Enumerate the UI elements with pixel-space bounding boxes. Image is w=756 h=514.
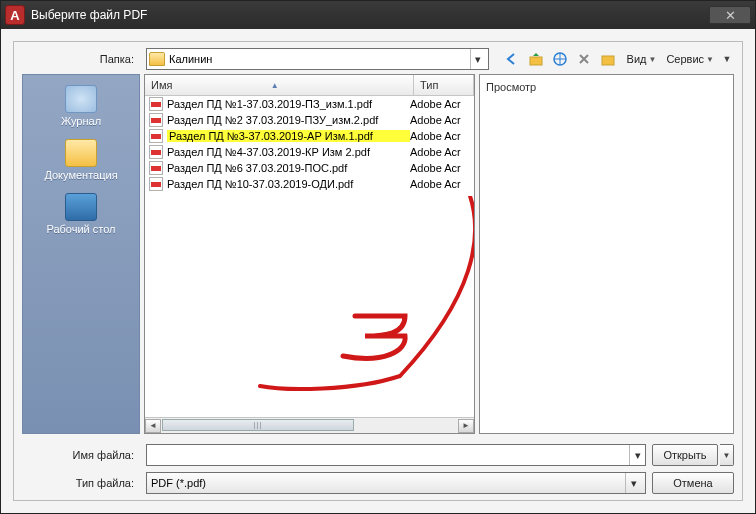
chevron-down-icon: ▼ bbox=[648, 55, 656, 64]
folder-row: Папка: Калинин ▾ Вид▼ Сервис▼ ▼ bbox=[14, 42, 742, 74]
file-type: Adobe Acr bbox=[410, 98, 470, 110]
back-icon[interactable] bbox=[503, 50, 521, 68]
annotation-drawing bbox=[235, 196, 474, 396]
file-row[interactable]: Раздел ПД №4-37.03.2019-КР Изм 2.pdfAdob… bbox=[145, 144, 474, 160]
pdf-icon bbox=[149, 113, 163, 127]
pdf-icon bbox=[149, 129, 163, 143]
file-name: Раздел ПД №10-37.03.2019-ОДИ.pdf bbox=[167, 178, 410, 190]
sidebar-item-desktop[interactable]: Рабочий стол bbox=[23, 189, 139, 241]
sidebar-item-label: Документация bbox=[44, 169, 117, 181]
file-name: Раздел ПД №4-37.03.2019-КР Изм 2.pdf bbox=[167, 146, 410, 158]
file-name: Раздел ПД №3-37.03.2019-АР Изм.1.pdf bbox=[167, 130, 410, 142]
filetype-label: Тип файла: bbox=[22, 477, 140, 489]
file-list[interactable]: Раздел ПД №1-37.03.2019-ПЗ_изм.1.pdfAdob… bbox=[145, 96, 474, 417]
pdf-icon bbox=[149, 177, 163, 191]
filename-label: Имя файла: bbox=[22, 449, 140, 461]
documents-icon bbox=[65, 139, 97, 167]
chevron-down-icon[interactable]: ▾ bbox=[470, 49, 486, 69]
scroll-thumb[interactable] bbox=[162, 419, 354, 431]
svg-rect-2 bbox=[602, 56, 614, 65]
file-row[interactable]: Раздел ПД №6 37.03.2019-ПОС.pdfAdobe Acr bbox=[145, 160, 474, 176]
chevron-down-icon: ▼ bbox=[706, 55, 714, 64]
file-row[interactable]: Раздел ПД №2 37.03.2019-ПЗУ_изм.2.pdfAdo… bbox=[145, 112, 474, 128]
file-row[interactable]: Раздел ПД №3-37.03.2019-АР Изм.1.pdfAdob… bbox=[145, 128, 474, 144]
journal-icon bbox=[65, 85, 97, 113]
open-button[interactable]: Открыть bbox=[652, 444, 718, 466]
open-dropdown[interactable]: ▼ bbox=[720, 444, 734, 466]
delete-icon[interactable] bbox=[575, 50, 593, 68]
file-name: Раздел ПД №2 37.03.2019-ПЗУ_изм.2.pdf bbox=[167, 114, 410, 126]
view-menu[interactable]: Вид▼ bbox=[627, 53, 657, 65]
tools-menu[interactable]: Сервис▼ bbox=[666, 53, 714, 65]
filename-input[interactable]: ▾ bbox=[146, 444, 646, 466]
chevron-down-icon[interactable]: ▾ bbox=[629, 445, 645, 465]
sidebar-item-label: Журнал bbox=[61, 115, 101, 127]
file-row[interactable]: Раздел ПД №1-37.03.2019-ПЗ_изм.1.pdfAdob… bbox=[145, 96, 474, 112]
file-row[interactable]: Раздел ПД №10-37.03.2019-ОДИ.pdfAdobe Ac… bbox=[145, 176, 474, 192]
app-icon: A bbox=[5, 5, 25, 25]
dialog-window: A Выберите файл PDF ✕ Папка: Калинин ▾ bbox=[0, 0, 756, 514]
folder-select[interactable]: Калинин ▾ bbox=[146, 48, 489, 70]
file-type: Adobe Acr bbox=[410, 114, 470, 126]
file-type: Adobe Acr bbox=[410, 130, 470, 142]
cancel-button[interactable]: Отмена bbox=[652, 472, 734, 494]
horizontal-scrollbar[interactable]: ◄ ► bbox=[145, 417, 474, 433]
file-type: Adobe Acr bbox=[410, 146, 470, 158]
titlebar: A Выберите файл PDF ✕ bbox=[1, 1, 755, 29]
svg-rect-0 bbox=[530, 57, 542, 65]
preview-panel: Просмотр bbox=[479, 74, 734, 434]
desktop-icon bbox=[65, 193, 97, 221]
column-type[interactable]: Тип bbox=[414, 75, 474, 95]
scroll-track[interactable] bbox=[162, 419, 457, 433]
new-folder-icon[interactable] bbox=[599, 50, 617, 68]
places-sidebar: Журнал Документация Рабочий стол bbox=[22, 74, 140, 434]
up-folder-icon[interactable] bbox=[527, 50, 545, 68]
chevron-down-icon[interactable]: ▾ bbox=[625, 473, 641, 493]
scroll-right-icon[interactable]: ► bbox=[458, 419, 474, 433]
column-name[interactable]: Имя ▲ bbox=[145, 75, 414, 95]
window-title: Выберите файл PDF bbox=[31, 8, 147, 22]
filetype-select[interactable]: PDF (*.pdf) ▾ bbox=[146, 472, 646, 494]
sidebar-item-label: Рабочий стол bbox=[46, 223, 115, 235]
preview-label: Просмотр bbox=[486, 81, 727, 93]
folder-label: Папка: bbox=[22, 53, 140, 65]
folder-icon bbox=[149, 52, 165, 66]
scroll-left-icon[interactable]: ◄ bbox=[145, 419, 161, 433]
pdf-icon bbox=[149, 145, 163, 159]
pdf-icon bbox=[149, 161, 163, 175]
file-type: Adobe Acr bbox=[410, 162, 470, 174]
sidebar-item-documents[interactable]: Документация bbox=[23, 135, 139, 187]
folder-name: Калинин bbox=[169, 53, 470, 65]
pdf-icon bbox=[149, 97, 163, 111]
web-icon[interactable] bbox=[551, 50, 569, 68]
sort-indicator-icon: ▲ bbox=[271, 81, 279, 90]
close-button[interactable]: ✕ bbox=[709, 6, 751, 24]
file-name: Раздел ПД №1-37.03.2019-ПЗ_изм.1.pdf bbox=[167, 98, 410, 110]
file-type: Adobe Acr bbox=[410, 178, 470, 190]
column-headers: Имя ▲ Тип bbox=[145, 75, 474, 96]
chevron-down-icon[interactable]: ▼ bbox=[720, 54, 734, 64]
file-list-panel: Имя ▲ Тип Раздел ПД №1-37.03.2019-ПЗ_изм… bbox=[144, 74, 475, 434]
sidebar-item-journal[interactable]: Журнал bbox=[23, 81, 139, 133]
file-name: Раздел ПД №6 37.03.2019-ПОС.pdf bbox=[167, 162, 410, 174]
